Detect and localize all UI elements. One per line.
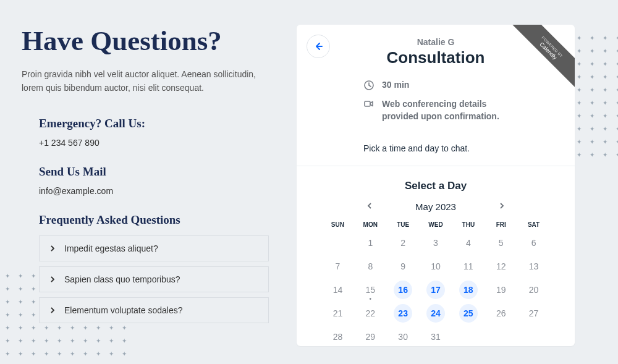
- calendar-day: 15: [354, 280, 387, 300]
- calendar-day-available[interactable]: 17: [420, 280, 452, 300]
- page-title: Have Questions?: [22, 25, 269, 57]
- calendar-day: 21: [321, 303, 354, 323]
- calendar-day: 11: [452, 256, 485, 276]
- chevron-right-icon: [49, 245, 56, 252]
- faq-item[interactable]: Sapien class quo temporibus?: [39, 266, 269, 292]
- back-button[interactable]: [307, 35, 330, 58]
- calendar-day-available[interactable]: 18: [452, 280, 485, 300]
- calendar-day: 13: [517, 256, 550, 276]
- chevron-right-icon: [498, 202, 506, 210]
- faq-question: Sapien class quo temporibus?: [64, 274, 180, 284]
- calendar-day-available[interactable]: 25: [452, 303, 485, 323]
- calendar-day: 6: [517, 233, 550, 253]
- calendar-day: 9: [387, 256, 420, 276]
- calendar-day: 4: [452, 233, 485, 253]
- faq-question: Impedit egestas aliquet?: [64, 243, 158, 253]
- faq-list: Impedit egestas aliquet? Sapien class qu…: [39, 235, 269, 323]
- clock-icon: [363, 80, 375, 91]
- chevron-right-icon: [49, 276, 56, 282]
- chevron-right-icon: [49, 307, 56, 313]
- day-of-week-header: SUNMONTUEWEDTHUFRISAT: [321, 221, 550, 228]
- faq-question: Elementum voluptate sodales?: [64, 305, 182, 315]
- calendar-day-available[interactable]: 23: [387, 303, 420, 323]
- calendar-day: 3: [420, 233, 452, 253]
- calendar-day: 26: [485, 303, 517, 323]
- faq-item[interactable]: Elementum voluptate sodales?: [39, 297, 269, 323]
- booking-card: POWERED BY Calendly Natalie G Consultati…: [297, 25, 575, 346]
- calendar-day: 19: [485, 280, 517, 300]
- ribbon-small: POWERED BY: [514, 25, 575, 86]
- svg-rect-1: [365, 101, 370, 106]
- calendar-day: 31: [420, 327, 452, 346]
- calendar-day: 1: [354, 233, 387, 253]
- calendar-day-available[interactable]: 16: [387, 280, 420, 300]
- calendar-day: 29: [354, 327, 387, 346]
- email-address[interactable]: info@example.com: [39, 186, 269, 196]
- video-icon: [363, 98, 375, 109]
- calendar-day: 8: [354, 256, 387, 276]
- calendar-day: 28: [321, 327, 354, 346]
- calendar-day-available[interactable]: 24: [420, 303, 452, 323]
- phone-number[interactable]: +1 234 567 890: [39, 138, 269, 148]
- powered-by-ribbon[interactable]: POWERED BY Calendly: [501, 25, 575, 99]
- calendar-grid: 1234567891011121314151617181920212223242…: [321, 233, 550, 346]
- event-duration: 30 min: [382, 80, 409, 90]
- page-lead: Proin gravida nibh vel velit auctor aliq…: [22, 68, 269, 95]
- select-day-heading: Select a Day: [297, 166, 575, 198]
- month-label: May 2023: [408, 201, 464, 212]
- calendar-day: 7: [321, 256, 354, 276]
- event-description: Pick a time and day to chat.: [297, 143, 575, 166]
- faq-item[interactable]: Impedit egestas aliquet?: [39, 235, 269, 261]
- faq-heading: Frequently Asked Questions: [39, 213, 269, 227]
- calendar-day: 12: [485, 256, 517, 276]
- calendar-day: 20: [517, 280, 550, 300]
- emergency-heading: Emergency? Call Us:: [39, 117, 269, 130]
- calendar-day: 22: [354, 303, 387, 323]
- mail-heading: Send Us Mail: [39, 165, 269, 179]
- calendar-day: 10: [420, 256, 452, 276]
- event-location: Web conferencing details provided upon c…: [382, 98, 518, 122]
- arrow-left-icon: [313, 41, 324, 52]
- next-month-button[interactable]: [494, 198, 509, 215]
- chevron-left-icon: [366, 202, 373, 210]
- calendar-day: 14: [321, 280, 354, 300]
- calendar-day: 27: [517, 303, 550, 323]
- calendar-day: 5: [485, 233, 517, 253]
- prev-month-button[interactable]: [362, 198, 377, 215]
- calendar-day: 30: [387, 327, 420, 346]
- calendar-day: 2: [387, 233, 420, 253]
